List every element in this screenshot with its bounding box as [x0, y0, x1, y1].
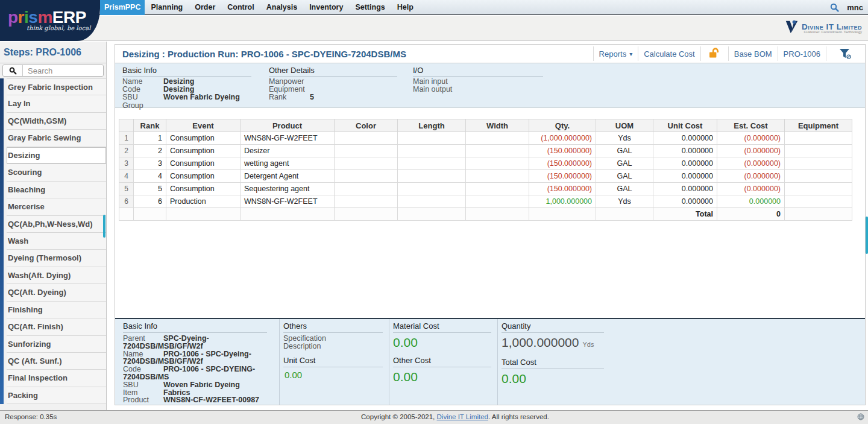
col-header-product[interactable]: Product: [241, 119, 335, 132]
sidebar-step-qc-aft-finish[interactable]: QC(Aft. Finish): [7, 318, 106, 335]
col-header-color[interactable]: Color: [335, 119, 398, 132]
table-row: 22ConsumptionDesizer(150.000000)GAL0.000…: [119, 145, 852, 157]
product-cell[interactable]: Desizer: [241, 145, 335, 157]
summary-quantity: Quantity 1,000.000000Yds Total Cost 0.00: [498, 319, 865, 405]
search-icon[interactable]: [830, 3, 839, 12]
sidebar-scrollbar-thumb[interactable]: [103, 215, 105, 238]
sidebar-step-final-inspection[interactable]: Final Inspection: [7, 370, 106, 387]
sidebar-step-wash[interactable]: Wash: [7, 233, 106, 250]
est-cost-cell: (0.000000): [717, 132, 785, 145]
summary-panel: Basic Info ParentSPC-Dyeing-7204DSB/MSB/…: [115, 318, 865, 405]
col-header-qty[interactable]: Qty.: [529, 119, 596, 132]
uom-cell: Yds: [596, 195, 653, 208]
col-header-rank[interactable]: Rank: [134, 119, 166, 132]
menu-item-prismppc[interactable]: PrismPPC: [100, 0, 145, 15]
sidebar-step-bleaching[interactable]: Bleaching: [7, 182, 106, 198]
row-number-cell: 3: [119, 157, 134, 170]
sidebar-step-grey-fabric-inspection[interactable]: Grey Fabric Inspection: [7, 78, 106, 95]
sidebar-search-input[interactable]: [23, 65, 103, 76]
menu-item-help[interactable]: Help: [391, 0, 420, 15]
globe-icon[interactable]: [857, 413, 864, 422]
est-cost-cell: (0.000000): [717, 183, 785, 195]
unit-cost-title: Unit Cost: [283, 356, 383, 367]
event-cell: Consumption: [166, 145, 241, 157]
menu-bar: PrismPPCPlanningOrderControlAnalysisInve…: [100, 0, 420, 15]
color-cell: [335, 170, 398, 183]
product-cell[interactable]: Detergent Agent: [241, 170, 335, 183]
sidebar-step-finishing[interactable]: Finishing: [7, 302, 106, 318]
menu-item-settings[interactable]: Settings: [349, 0, 391, 15]
col-header-event[interactable]: Event: [166, 119, 241, 132]
info-label: Group: [122, 102, 163, 110]
menu-item-order[interactable]: Order: [189, 0, 221, 15]
clear-filter-icon[interactable]: [826, 48, 865, 60]
sidebar-step-packing[interactable]: Packing: [7, 387, 106, 404]
divine-it-logo[interactable]: Divine IT Limited Customer. Commitment. …: [785, 19, 862, 37]
base-bom-button[interactable]: Base BOM: [729, 49, 778, 59]
material-cost-title: Material Cost: [393, 321, 491, 333]
calculate-cost-button[interactable]: Calculate Cost: [638, 49, 700, 59]
sidebar-step-wash-aft-dying[interactable]: Wash(Aft. Dying): [7, 267, 106, 284]
menu-item-analysis[interactable]: Analysis: [260, 0, 303, 15]
logo-letter: p: [8, 8, 18, 27]
summary-label: Product: [123, 396, 163, 404]
table-header: RankEventProductColorLengthWidthQty.UOMU…: [119, 119, 852, 132]
prismerp-logo[interactable]: prismERP think global, be local: [0, 0, 100, 41]
quantity-uom: Yds: [582, 341, 594, 348]
empty-cell: [166, 208, 241, 221]
menu-item-planning[interactable]: Planning: [145, 0, 189, 15]
rank-cell: 1: [134, 132, 166, 145]
col-header-length[interactable]: Length: [398, 119, 466, 132]
col-header-unit-cost[interactable]: Unit Cost: [653, 119, 717, 132]
sidebar-step-qc-ab-ph-w-ness-wd[interactable]: QC(Ab,Ph,W-Ness,Wd): [7, 216, 106, 233]
divine-it-mark-icon: [785, 19, 799, 37]
reports-button[interactable]: Reports ▾: [594, 49, 638, 59]
sidebar-step-sunforizing[interactable]: Sunforizing: [7, 336, 106, 353]
sidebar-step-qc-aft-dyeing[interactable]: QC(Aft. Dyeing): [7, 284, 106, 301]
color-cell: [335, 145, 398, 157]
info-section-basic-info: Basic InfoNameDesizingCodeDesizingSBUWov…: [122, 66, 269, 107]
empty-cell: [335, 208, 398, 221]
summary-basic-info-title: Basic Info: [123, 321, 267, 333]
sidebar-search-button[interactable]: [3, 65, 23, 76]
product-cell[interactable]: Sequestering agent: [241, 183, 335, 195]
sidebar-step-mercerise[interactable]: Mercerise: [7, 198, 106, 215]
row-number-cell: 1: [119, 132, 134, 145]
info-row: SBUWoven Fabric Dyeing: [122, 93, 269, 101]
col-header-est-cost[interactable]: Est. Cost: [717, 119, 785, 132]
main-scrollbar-thumb[interactable]: [866, 217, 868, 254]
product-cell[interactable]: WNS8N-GF-W2FEET: [241, 195, 335, 208]
sidebar-step-scouring[interactable]: Scouring: [7, 164, 106, 181]
event-cell: Consumption: [166, 183, 241, 195]
col-header-width[interactable]: Width: [466, 119, 529, 132]
run-code-button[interactable]: PRO-1006: [778, 49, 826, 59]
sidebar: Steps: PRO-1006 Grey Fabric InspectionLa…: [0, 42, 107, 410]
product-cell[interactable]: WNS8N-GF-W2FEET: [241, 132, 335, 145]
col-header-gutter[interactable]: [119, 119, 134, 132]
sidebar-step-qc-aft-sunf[interactable]: QC (Aft. Sunf.): [7, 353, 106, 370]
sidebar-step-lay-in[interactable]: Lay In: [7, 95, 106, 112]
card-header: Desizing : Production Run: PRO-1006 - SP…: [115, 45, 865, 63]
sidebar-step-gray-fabric-sewing[interactable]: Gray Fabric Sewing: [7, 130, 106, 147]
menu-item-inventory[interactable]: Inventory: [303, 0, 349, 15]
sidebar-step-desizing[interactable]: Desizing: [7, 147, 106, 164]
sidebar-step-qc-width-gsm[interactable]: QC(Width,GSM): [7, 113, 106, 130]
divine-it-link[interactable]: Divine IT Limited: [437, 413, 488, 420]
summary-costs: Material Cost 0.00 Other Cost 0.00: [389, 319, 498, 405]
user-menu[interactable]: mnc: [847, 3, 863, 12]
unlock-icon[interactable]: [701, 48, 728, 60]
col-header-equipment[interactable]: Equipment: [785, 119, 852, 132]
total-cost-title: Total Cost: [502, 358, 604, 369]
qty-cell: 1,000.000000: [529, 195, 596, 208]
col-header-uom[interactable]: UOM: [596, 119, 653, 132]
sub-bar: Divine IT Limited Customer. Commitment. …: [0, 16, 868, 41]
summary-basic-row: SBUWoven Fabric Dyeing: [123, 381, 273, 389]
summary-value: WNS8N-CF-W2FEET-00987: [163, 396, 259, 404]
length-cell: [398, 145, 466, 157]
product-cell[interactable]: wetting agent: [241, 157, 335, 170]
menu-item-control[interactable]: Control: [221, 0, 260, 15]
info-section-title: Basic Info: [122, 66, 251, 77]
other-cost-title: Other Cost: [393, 356, 491, 367]
sidebar-step-dyeing-thermosol[interactable]: Dyeing (Thermosol): [7, 250, 106, 267]
uom-cell: Yds: [596, 132, 653, 145]
